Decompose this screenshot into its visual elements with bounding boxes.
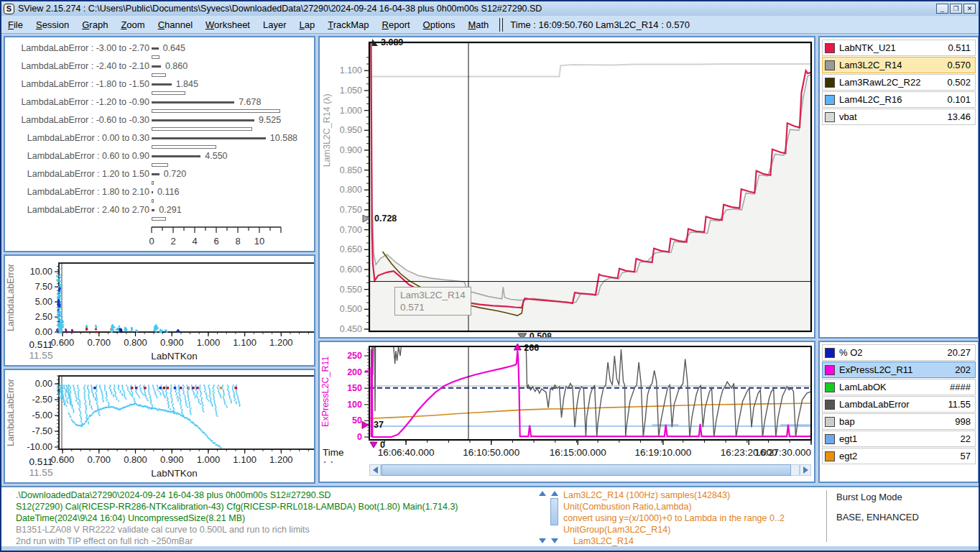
log-info-line: DateTime(2024\9\24 16:04) UncompressedSi… (16, 513, 245, 523)
menu-item-session[interactable]: Session (29, 17, 75, 32)
svg-text:-7.50: -7.50 (32, 426, 53, 436)
menu-items: FileSessionGraphZoomChannelWorksheetLaye… (1, 17, 495, 32)
scatter-top-panel[interactable]: 10.007.505.002.500.000.6000.7000.8000.90… (4, 254, 315, 367)
menu-item-layer[interactable]: Layer (256, 17, 293, 32)
channel-row-lam3l2c-r14[interactable]: Lam3L2C_R140.570 (822, 57, 976, 73)
hist-bar-hollow (152, 145, 216, 149)
channel-color-swatch (825, 417, 835, 427)
svg-text:16:15:00.000: 16:15:00.000 (550, 447, 606, 458)
svg-text:1.100: 1.100 (233, 454, 256, 465)
hist-label: LambdaLabError : -1.20 to -0.90 (21, 97, 149, 107)
svg-text:0.550: 0.550 (340, 285, 362, 295)
channel-value: 22 (961, 433, 975, 444)
scroll-down-icon[interactable] (550, 536, 559, 545)
channel-value: 57 (961, 451, 975, 461)
menu-item-report[interactable]: Report (376, 17, 417, 32)
svg-text:0.450: 0.450 (340, 324, 362, 334)
channel-name: egt2 (839, 451, 961, 461)
channel-row-lam4l2c-r16[interactable]: Lam4L2C_R160.101 (822, 91, 976, 108)
menu-item-zoom[interactable]: Zoom (114, 17, 151, 32)
hist-row: LambdaLabError : -1.80 to -1.501.845 (5, 79, 314, 91)
restore-icon[interactable]: ❐ (950, 4, 962, 14)
strip-chart-panel[interactable]: 25020015010050016:06:40.00016:10:50.0001… (318, 341, 815, 483)
channel-row-lamlabok[interactable]: LamLabOK#### (822, 379, 976, 395)
time-scrollbar[interactable] (369, 464, 811, 476)
hist-bar-hollow (152, 55, 160, 59)
svg-text:0.850: 0.850 (340, 165, 362, 175)
svg-text:16:10:50.000: 16:10:50.000 (463, 447, 519, 458)
scroll-up-icon[interactable] (550, 489, 559, 497)
scroll-thumb[interactable] (550, 498, 558, 525)
svg-text:Time: Time (323, 447, 344, 458)
scatter-bottom-chart[interactable]: 0.00-2.50-5.00-7.50-10.000.6000.7000.800… (5, 370, 314, 482)
svg-text:250: 250 (347, 351, 362, 361)
strip-chart[interactable]: 25020015010050016:06:40.00016:10:50.0001… (320, 342, 814, 463)
window-title: SView 2.15.274 : C:\Users\Public\Documen… (18, 4, 542, 14)
histogram-panel[interactable]: LambdaLabError : -3.00 to -2.700.645Lamb… (4, 36, 315, 252)
channel-row-expressl2c-r11[interactable]: ExPressL2C_R11202 (822, 362, 976, 378)
channel-row-labntk-u21[interactable]: LabNTK_U210.511 (822, 40, 976, 56)
svg-text:0.800: 0.800 (340, 185, 362, 195)
svg-text:0.508: 0.508 (530, 331, 552, 337)
menu-item-math[interactable]: Math (461, 17, 495, 32)
hist-row: LambdaLabError : 2.40 to 2.700.291 (5, 205, 314, 216)
svg-text:1.200: 1.200 (269, 454, 293, 465)
log-file-info: .\DownloadedData\27290\2024-09-24 16-04-… (1, 487, 547, 546)
svg-text:0.728: 0.728 (374, 213, 397, 224)
hist-label: LambdaLabError : 0.00 to 0.30 (27, 133, 149, 143)
channel-info-scrollbar[interactable] (550, 489, 559, 545)
scatter-bottom-panel[interactable]: 0.00-2.50-5.00-7.50-10.000.6000.7000.800… (4, 369, 315, 484)
scroll-thumb[interactable] (382, 464, 791, 476)
scroll-up-icon[interactable] (537, 489, 547, 497)
menu-item-trackmap[interactable]: TrackMap (321, 17, 375, 32)
scroll-left-icon[interactable] (369, 464, 381, 476)
svg-text:50: 50 (352, 415, 362, 426)
log-info-scrollbar[interactable] (537, 489, 547, 545)
hist-bar (152, 191, 153, 193)
hist-bar-hollow (152, 181, 154, 185)
menu-item-lap[interactable]: Lap (293, 17, 322, 32)
main-chart-panel[interactable]: 1.1001.0501.0000.9500.9000.8500.8000.750… (318, 36, 815, 339)
channel-color-swatch (825, 451, 835, 461)
svg-text:ExPressL2C_R11: ExPressL2C_R11 (320, 356, 330, 426)
channel-row-egt2[interactable]: egt257 (822, 448, 976, 464)
svg-text:10: 10 (254, 236, 264, 247)
channel-row-bap[interactable]: bap998 (822, 413, 976, 430)
channel-value: 998 (955, 416, 975, 427)
close-icon[interactable]: ✕ (963, 4, 976, 14)
log-info-line: 2nd run with TIP effect on full rich ~25… (16, 536, 193, 546)
menu-item-worksheet[interactable]: Worksheet (199, 17, 256, 32)
status-divider (826, 490, 827, 542)
hist-row: LambdaLabError : 1.20 to 1.500.720 (5, 169, 314, 180)
menu-item-file[interactable]: File (1, 17, 29, 32)
hist-label: LambdaLabError : -2.40 to -2.10 (21, 61, 149, 71)
channel-row-lambdalaberror[interactable]: LambdaLabError11.55 (822, 396, 976, 413)
menu-item-options[interactable]: Options (417, 17, 462, 32)
channel-row-vbat[interactable]: vbat13.46 (822, 109, 976, 125)
tooltip-value: 0.571 (400, 301, 466, 313)
minimize-icon[interactable]: _ (936, 4, 948, 14)
svg-text:0.700: 0.700 (88, 337, 111, 348)
menu-item-channel[interactable]: Channel (152, 17, 199, 32)
scroll-right-icon[interactable] (800, 464, 811, 476)
scatter-top-chart[interactable]: 10.007.505.002.500.000.6000.7000.8000.90… (5, 256, 314, 365)
hist-row: LambdaLabError : -2.40 to -2.100.860 (5, 61, 314, 73)
svg-text:0.511: 0.511 (29, 339, 53, 350)
menu-item-graph[interactable]: Graph (75, 17, 114, 32)
scroll-down-icon[interactable] (537, 536, 547, 545)
channel-info-line: Lam3L2C_R14 (100Hz) samples(142843) (563, 490, 730, 500)
channel-info-line: UnitGroup(Lam3L2C_R14) (563, 525, 670, 535)
channel-row--o2[interactable]: % O220.27 (822, 344, 976, 361)
channel-info-line: convert using y=(x/1000)+0 to Lambda in … (563, 513, 785, 523)
svg-text:0: 0 (357, 432, 362, 442)
channel-row-lam3rawl2c-r22[interactable]: Lam3RawL2C_R220.502 (822, 74, 976, 91)
svg-text:0: 0 (380, 440, 385, 450)
svg-text:LambdaLabError: LambdaLabError (6, 379, 16, 446)
channel-color-swatch (825, 78, 835, 88)
svg-text:0.800: 0.800 (124, 337, 147, 348)
hist-bar (152, 173, 160, 175)
channel-row-egt1[interactable]: egt122 (822, 431, 976, 447)
sview-window: S SView 2.15.274 : C:\Users\Public\Docum… (0, 0, 980, 552)
svg-text:(s): (s) (323, 459, 334, 463)
hist-bar (152, 65, 161, 68)
